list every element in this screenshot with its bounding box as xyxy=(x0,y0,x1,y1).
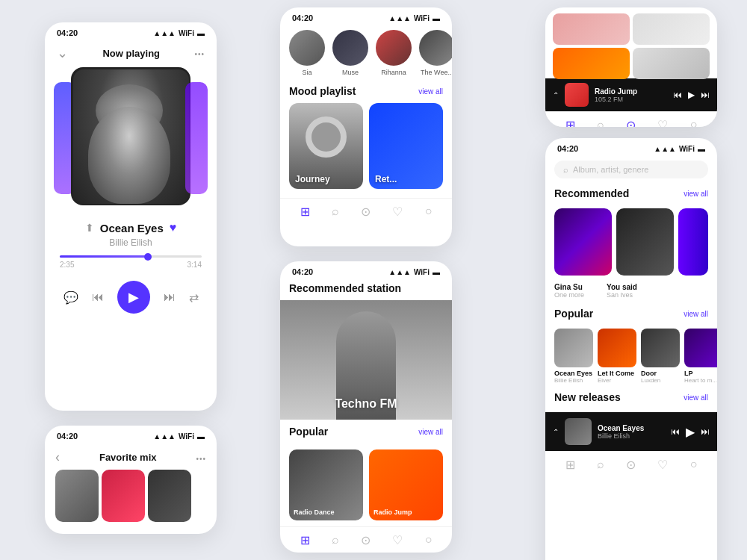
rec-artist-2: San Ives xyxy=(607,291,637,299)
rec-card-2[interactable] xyxy=(616,208,674,276)
radio-next-button[interactable]: ⏭ xyxy=(701,90,710,100)
lyrics-button[interactable]: 💬 xyxy=(63,290,78,305)
pop-track-3[interactable]: Door Luxden xyxy=(641,329,680,384)
rec-nav-user[interactable] xyxy=(425,533,433,547)
search-bar[interactable]: ⌕ Album, artist, genere xyxy=(554,161,708,178)
fav-title: Favorite mix xyxy=(99,452,157,463)
br-nav-layers[interactable] xyxy=(565,458,575,472)
station-section-title: Recommended station xyxy=(289,282,401,294)
signal-icon: ▲▲▲ xyxy=(153,29,176,37)
mood-playlist-card: 04:20 ▲▲▲ WiFi ▬ Sia Muse Rihanna The We… xyxy=(280,7,452,246)
mini-player-artist: Billie Eilish xyxy=(598,432,665,440)
chevron-down-icon[interactable] xyxy=(57,45,68,61)
pop-section-title: Popular xyxy=(554,308,593,320)
status-time-2: 04:20 xyxy=(292,13,313,22)
radio-info: Radio Jump 105.2 FM xyxy=(595,87,667,103)
artist-rihanna[interactable]: Rihanna xyxy=(376,30,412,76)
upload-icon[interactable]: ⬆ xyxy=(85,222,94,234)
br-nav-search[interactable] xyxy=(597,458,604,472)
rec-nav-search[interactable] xyxy=(332,533,339,547)
pop-label-jump: Radio Jump xyxy=(374,508,412,516)
mini-expand-icon[interactable] xyxy=(553,428,559,436)
mini-prev-button[interactable]: ⏮ xyxy=(671,426,680,437)
radio-nav-heart-icon[interactable] xyxy=(657,118,668,127)
nav-heart-icon[interactable] xyxy=(392,205,403,219)
rec-nav-cast[interactable] xyxy=(361,533,371,547)
nr-section-header: New releases view all xyxy=(545,388,717,409)
mood-grid: Journey Ret... xyxy=(280,103,452,198)
shuffle-button[interactable]: ⇄ xyxy=(189,290,199,305)
mini-next-button[interactable]: ⏭ xyxy=(701,426,710,437)
pop-card-jump[interactable]: Radio Jump xyxy=(369,449,443,520)
pop-track-1[interactable]: Ocean Eyes Billie Eilish xyxy=(554,329,593,384)
pop-label-dance: Radio Dance xyxy=(294,508,335,516)
progress-fill xyxy=(60,255,148,258)
radio-thumb-4 xyxy=(633,48,710,79)
radio-nav-user-icon[interactable] xyxy=(690,118,698,127)
artist-sia[interactable]: Sia xyxy=(289,30,325,76)
fav-img-2[interactable] xyxy=(102,470,145,522)
back-icon[interactable] xyxy=(55,449,60,465)
favorite-icon[interactable] xyxy=(170,221,177,234)
rec-view-all[interactable]: view all xyxy=(684,190,708,198)
rec-nav-heart[interactable] xyxy=(392,533,403,547)
mini-play-button[interactable]: ▶ xyxy=(686,425,695,439)
rec-cards-grid xyxy=(545,205,717,281)
radio-nav-cast-icon[interactable] xyxy=(626,118,636,127)
br-nav-cast[interactable] xyxy=(626,458,636,472)
battery-icon-4: ▬ xyxy=(433,268,440,276)
popular-section-header: Popular view all xyxy=(280,420,452,444)
progress-track[interactable] xyxy=(60,255,202,258)
fav-img-3[interactable] xyxy=(148,470,191,522)
progress-bar-container[interactable] xyxy=(45,255,217,258)
pop-track-4[interactable]: LP Heart to m... xyxy=(684,329,717,384)
pop-img-1 xyxy=(554,329,593,367)
expand-icon[interactable] xyxy=(553,91,559,99)
rec-section-title: Recommended xyxy=(554,187,629,199)
radio-play-button[interactable]: ▶ xyxy=(688,90,695,100)
nr-section-title: New releases xyxy=(554,391,621,403)
artist-muse[interactable]: Muse xyxy=(332,30,368,76)
signal-icon-2: ▲▲▲ xyxy=(388,14,411,22)
battery-icon-2: ▬ xyxy=(433,14,440,22)
mood-card-retro[interactable]: Ret... xyxy=(369,103,443,189)
pop-card-dance[interactable]: Radio Dance xyxy=(289,449,363,520)
nav-cast-icon[interactable] xyxy=(361,205,371,219)
status-time-1: 04:20 xyxy=(57,28,78,37)
nav-search-icon[interactable] xyxy=(332,205,339,219)
br-nav-user[interactable] xyxy=(690,458,698,472)
station-banner[interactable]: Techno FM xyxy=(280,300,452,420)
pop-view-all[interactable]: view all xyxy=(684,310,708,318)
radio-nav-layers-icon[interactable] xyxy=(565,118,575,127)
rec-card-1[interactable] xyxy=(554,208,612,276)
status-bar-4: 04:20 ▲▲▲ WiFi ▬ xyxy=(280,261,452,279)
prev-button[interactable]: ⏮ xyxy=(92,290,104,304)
mood-view-all[interactable]: view all xyxy=(418,87,443,96)
more-icon[interactable] xyxy=(194,46,205,60)
br-nav-heart[interactable] xyxy=(657,458,668,472)
search-input[interactable]: Album, artist, genere xyxy=(573,165,699,174)
mood-label-journey: Journey xyxy=(289,169,336,189)
mood-card-journey[interactable]: Journey xyxy=(289,103,363,189)
pop-track-2[interactable]: Let It Come Eiver xyxy=(598,329,636,384)
play-button[interactable]: ▶ xyxy=(117,281,150,314)
radio-name: Radio Jump xyxy=(595,87,667,96)
nav-layers-icon[interactable] xyxy=(300,205,310,219)
popular-view-all[interactable]: view all xyxy=(418,428,443,436)
rec-nav-layers[interactable] xyxy=(300,533,310,547)
rec-artist-1: One more xyxy=(554,291,584,299)
radio-nav-bar xyxy=(545,111,717,127)
next-button[interactable]: ⏭ xyxy=(164,290,176,304)
nav-user-icon[interactable] xyxy=(425,205,433,219)
big-right-nav xyxy=(545,451,717,479)
artist-row: Sia Muse Rihanna The Wee... xyxy=(280,25,452,82)
radio-prev-button[interactable]: ⏮ xyxy=(673,90,682,100)
status-icons-1: ▲▲▲ WiFi ▬ xyxy=(153,29,205,37)
fav-more-icon[interactable] xyxy=(196,451,206,464)
radio-nav-search-icon[interactable] xyxy=(597,118,604,127)
fav-img-1[interactable] xyxy=(55,470,99,522)
artist-theweeknd[interactable]: The Wee... xyxy=(419,30,452,76)
nr-view-all[interactable]: view all xyxy=(684,393,708,402)
status-time-4: 04:20 xyxy=(292,267,313,276)
rec-card-3[interactable] xyxy=(678,208,708,276)
